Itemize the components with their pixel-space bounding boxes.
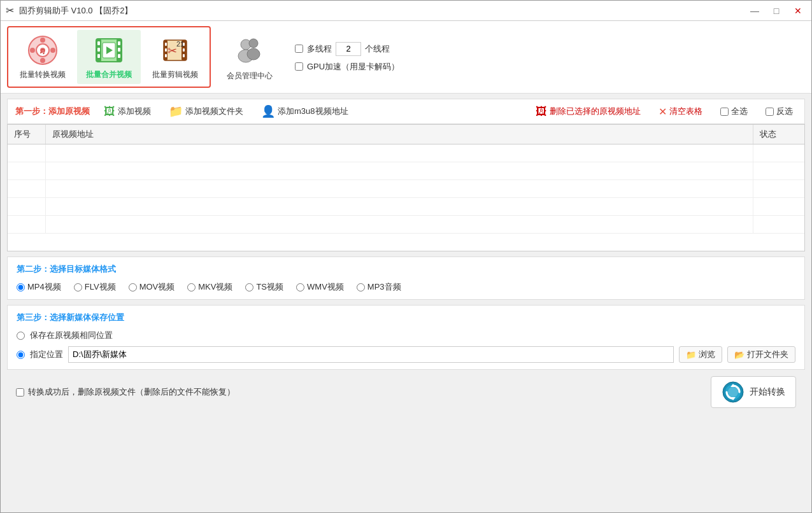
table-row: [8, 216, 804, 234]
svg-rect-24: [165, 54, 167, 57]
svg-point-3: [40, 38, 45, 43]
batch-merge-button[interactable]: 批量合并视频: [77, 30, 141, 84]
batch-edit-button[interactable]: ✂ 21 批量剪辑视频: [143, 30, 207, 84]
browse-icon: 📁: [686, 350, 696, 360]
table-row: [8, 180, 804, 198]
format-mp3-radio[interactable]: [357, 283, 365, 292]
format-wmv: WMV视频: [296, 281, 344, 293]
bottom-bar: 转换成功后，删除原视频文件（删除后的文件不能恢复） 开始转换: [7, 370, 805, 414]
start-convert-button[interactable]: 开始转换: [711, 376, 796, 408]
save-same-row: 保存在原视频相同位置: [17, 330, 795, 341]
format-flv: FLV视频: [74, 281, 116, 293]
add-m3u8-button[interactable]: 👤 添加m3u8视频地址: [257, 103, 352, 120]
format-mov-radio[interactable]: [129, 283, 137, 292]
open-folder-button[interactable]: 📂 打开文件夹: [727, 346, 795, 363]
table-header: 序号 原视频地址 状态: [8, 125, 804, 144]
format-wmv-label: WMV视频: [307, 281, 344, 293]
step1-label: 第一步：添加原视频: [15, 106, 90, 117]
titlebar: ✂ 固乔剪辑助手 V10.0 【固乔2】 — □ ✕: [1, 1, 811, 21]
format-mov: MOV视频: [129, 281, 175, 293]
col-url-header: 原视频地址: [46, 125, 753, 144]
start-icon: [722, 381, 744, 404]
format-flv-label: FLV视频: [85, 281, 116, 293]
svg-point-4: [40, 58, 45, 63]
multithread-checkbox[interactable]: [295, 45, 303, 53]
save-custom-radio[interactable]: [17, 351, 25, 359]
open-folder-icon: 📂: [734, 350, 744, 360]
format-mp4-radio[interactable]: [17, 283, 25, 292]
close-button[interactable]: ✕: [790, 4, 806, 17]
batch-convert-button[interactable]: ♫ 批量转换视频: [11, 30, 75, 84]
delete-selected-button[interactable]: 🖼 删除已选择的原视频地址: [532, 104, 645, 120]
table-row: [8, 198, 804, 216]
svg-rect-16: [118, 54, 120, 58]
add-folder-label: 添加视频文件夹: [185, 106, 243, 117]
table-row: [8, 144, 804, 162]
start-convert-label: 开始转换: [750, 386, 785, 398]
save-path-input[interactable]: [68, 346, 674, 363]
add-folder-button[interactable]: 📁 添加视频文件夹: [165, 103, 247, 120]
invert-label: 反选: [776, 106, 793, 117]
svg-point-36: [728, 387, 738, 397]
titlebar-left: ✂ 固乔剪辑助手 V10.0 【固乔2】: [6, 4, 132, 17]
format-ts-label: TS视频: [256, 281, 283, 293]
multithread-label: 多线程: [307, 43, 332, 55]
svg-rect-11: [97, 41, 100, 45]
video-table: 序号 原视频地址 状态: [7, 124, 805, 251]
svg-rect-12: [97, 48, 100, 52]
svg-rect-26: [183, 48, 185, 52]
gpu-option: GPU加速（用显卡解码）: [295, 61, 399, 73]
delete-after-convert-checkbox[interactable]: [16, 388, 24, 397]
member-center-button[interactable]: 会员管理中心: [221, 29, 278, 85]
open-folder-label: 打开文件夹: [747, 349, 788, 360]
minimize-button[interactable]: —: [746, 4, 763, 17]
step3-label: 第三步：选择新媒体保存位置: [17, 312, 795, 323]
format-flv-radio[interactable]: [74, 283, 82, 292]
clear-table-button[interactable]: ✕ 清空表格: [655, 104, 706, 119]
format-wmv-radio[interactable]: [296, 283, 304, 292]
save-same-label: 保存在原视频相同位置: [30, 330, 113, 341]
batch-merge-icon: [92, 34, 125, 67]
table-body: [8, 144, 804, 251]
main-window: ✂ 固乔剪辑助手 V10.0 【固乔2】 — □ ✕: [0, 0, 812, 513]
step2-label: 第二步：选择目标媒体格式: [17, 264, 795, 275]
format-mkv-radio[interactable]: [187, 283, 196, 292]
gpu-label: GPU加速（用显卡解码）: [307, 61, 399, 73]
svg-point-33: [247, 48, 260, 60]
invert-select-button[interactable]: 反选: [762, 104, 797, 118]
svg-rect-22: [165, 43, 167, 46]
maximize-button[interactable]: □: [768, 4, 785, 17]
format-radio-group: MP4视频 FLV视频 MOV视频 MKV视频 TS视频: [17, 281, 795, 293]
format-ts-radio[interactable]: [245, 283, 253, 292]
member-icon: [233, 33, 266, 68]
step2-section: 第二步：选择目标媒体格式 MP4视频 FLV视频 MOV视频 MKV视频: [7, 256, 805, 300]
thread-count-input[interactable]: [336, 42, 361, 56]
save-options: 保存在原视频相同位置 指定位置 📁 浏览 📂 打开文件夹: [17, 330, 795, 363]
format-mp4: MP4视频: [17, 281, 61, 293]
clear-icon: ✕: [659, 106, 667, 118]
options-area: 多线程 个线程 GPU加速（用显卡解码）: [295, 42, 399, 73]
titlebar-controls: — □ ✕: [746, 4, 806, 17]
select-all-label: 全选: [731, 106, 748, 117]
svg-point-32: [249, 39, 258, 48]
add-m3u8-label: 添加m3u8视频地址: [278, 106, 348, 117]
invert-checkbox[interactable]: [766, 108, 774, 116]
svg-text:♫: ♫: [39, 46, 46, 56]
delete-icon: 🖼: [536, 105, 547, 118]
delete-label: 删除已选择的原视频地址: [550, 106, 641, 117]
clear-label: 清空表格: [669, 106, 702, 117]
select-all-button[interactable]: 全选: [716, 104, 751, 118]
select-all-checkbox[interactable]: [720, 108, 729, 116]
svg-rect-27: [183, 54, 185, 57]
svg-rect-23: [165, 48, 167, 52]
add-m3u8-icon: 👤: [261, 104, 275, 118]
add-video-button[interactable]: 🖼 添加视频: [100, 104, 155, 120]
save-custom-row: 指定位置 📁 浏览 📂 打开文件夹: [17, 346, 795, 363]
app-icon: ✂: [6, 4, 14, 17]
toolbar: ♫ 批量转换视频: [1, 21, 811, 94]
save-same-radio[interactable]: [17, 332, 25, 340]
gpu-checkbox[interactable]: [295, 62, 303, 71]
browse-button[interactable]: 📁 浏览: [679, 346, 722, 363]
save-custom-label: 指定位置: [30, 349, 63, 360]
svg-text:21: 21: [176, 40, 184, 48]
